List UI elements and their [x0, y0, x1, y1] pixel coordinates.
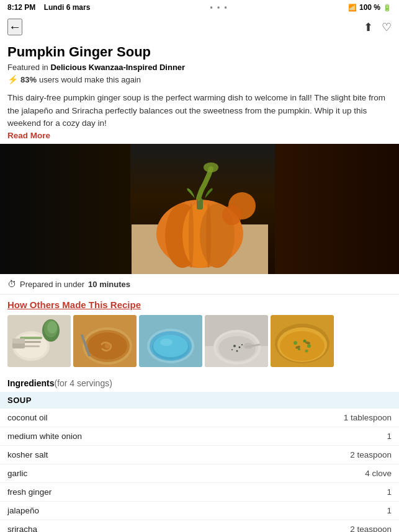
user-photo-3-image	[139, 315, 202, 367]
user-photo-3[interactable]	[139, 315, 202, 367]
ingredient-amount: 2 teaspoon	[350, 525, 392, 532]
svg-point-54	[305, 350, 308, 353]
ingredients-servings: (for 4 servings)	[54, 378, 112, 388]
status-indicators: 📶 100 % 🔋	[348, 3, 392, 12]
user-photos-row	[0, 313, 399, 372]
recipe-description: This dairy-free pumpkin ginger soup is t…	[0, 92, 399, 130]
ingredient-row: kosher salt2 teaspoon	[0, 446, 399, 464]
recipe-title: Pumpkin Ginger Soup	[7, 44, 392, 60]
ingredients-label: Ingredients	[7, 378, 54, 388]
main-image	[0, 144, 399, 274]
svg-point-21	[47, 321, 57, 334]
ingredient-name: kosher salt	[7, 450, 48, 459]
svg-point-43	[241, 344, 243, 345]
pumpkin-illustration	[132, 144, 268, 274]
ingredients-section: Ingredients(for 4 servings) SOUPcoconut …	[0, 372, 399, 532]
featured-line: Featured in Delicious Kwanzaa-Inspired D…	[7, 63, 392, 72]
ingredient-row: medium white onion1	[0, 427, 399, 446]
ingredient-amount: 1	[387, 487, 392, 497]
clock-icon: ⏱	[7, 279, 16, 289]
user-photo-1-image	[7, 315, 71, 367]
user-photo-2[interactable]	[73, 315, 137, 367]
read-more-button[interactable]: Read More	[0, 131, 399, 140]
ingredient-row: fresh ginger1	[0, 483, 399, 502]
svg-point-10	[222, 205, 242, 225]
how-others-section-title[interactable]: How Others Made This Recipe	[0, 295, 399, 313]
user-photo-4-image	[205, 315, 268, 367]
share-button[interactable]: ⬆	[364, 20, 373, 34]
svg-point-6	[206, 203, 211, 268]
svg-point-40	[239, 347, 241, 348]
user-photo-1[interactable]	[7, 315, 71, 367]
svg-point-33	[160, 339, 173, 346]
svg-point-8	[204, 162, 218, 172]
recipe-header: Pumpkin Ginger Soup Featured in Deliciou…	[0, 39, 399, 92]
svg-rect-16	[22, 345, 40, 347]
ingredient-category: SOUP	[0, 392, 399, 409]
ingredients-list: SOUPcoconut oil1 tablespoonmedium white …	[0, 392, 399, 532]
battery-icon: 🔋	[383, 4, 392, 12]
ingredient-row: garlic4 clove	[0, 464, 399, 483]
wifi-icon: 📶	[348, 4, 357, 12]
ingredient-name: coconut oil	[7, 413, 48, 422]
svg-point-26	[105, 344, 110, 348]
svg-point-39	[233, 345, 236, 347]
ingredient-name: medium white onion	[7, 432, 82, 441]
svg-point-50	[294, 341, 297, 345]
ingredient-row: coconut oil1 tablespoon	[0, 409, 399, 427]
ingredients-header: Ingredients(for 4 servings)	[0, 375, 399, 392]
svg-point-32	[153, 335, 188, 357]
ingredient-name: garlic	[7, 469, 27, 478]
user-photo-2-image	[73, 315, 137, 367]
ingredient-name: sriracha	[7, 525, 37, 532]
prep-time: 10 minutes	[88, 280, 130, 289]
status-bar: 8:12 PM Lundi 6 mars • • • 📶 100 % 🔋	[0, 0, 399, 15]
ingredient-row: sriracha2 teaspoon	[0, 520, 399, 532]
ingredient-name: jalapeño	[7, 506, 39, 515]
prep-info: ⏱ Prepared in under 10 minutes	[0, 274, 399, 295]
svg-point-52	[307, 344, 311, 348]
rating-line: ⚡ 83% users would make this again	[7, 74, 392, 84]
rating-suffix: users would make this again	[39, 75, 141, 84]
user-photo-5-image	[271, 315, 334, 367]
ingredient-amount: 2 teaspoon	[350, 450, 392, 459]
svg-point-42	[231, 349, 233, 350]
prep-text: Prepared in under	[20, 280, 84, 289]
status-time: 8:12 PM Lundi 6 mars	[7, 3, 90, 12]
ingredient-name: fresh ginger	[7, 487, 52, 497]
svg-rect-18	[12, 339, 25, 344]
ingredient-amount: 1	[387, 432, 392, 441]
top-nav: ← ⬆ ♡	[0, 15, 399, 39]
favorite-button[interactable]: ♡	[382, 20, 392, 34]
ingredient-amount: 4 clove	[365, 469, 392, 478]
status-dots: • • •	[210, 3, 228, 12]
back-button[interactable]: ←	[7, 19, 22, 35]
rating-percent: 83%	[20, 75, 37, 84]
lightning-icon: ⚡	[7, 74, 18, 84]
svg-point-41	[236, 350, 238, 352]
nav-actions: ⬆ ♡	[364, 20, 392, 34]
ingredient-amount: 1	[387, 506, 392, 515]
ingredient-amount: 1 tablespoon	[344, 413, 392, 422]
user-photo-4[interactable]	[205, 315, 268, 367]
svg-point-49	[280, 331, 325, 361]
svg-point-5	[189, 203, 194, 268]
user-photo-5[interactable]	[271, 315, 334, 367]
ingredient-row: jalapeño1	[0, 502, 399, 520]
